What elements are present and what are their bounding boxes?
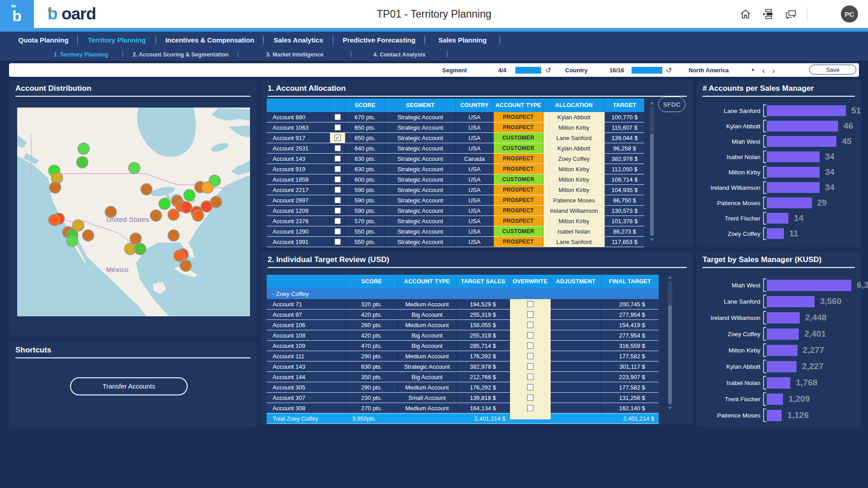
sfdc-button[interactable]: SFDC [658,97,685,112]
allocation-table-row[interactable]: Account 917 ✓ 650 pts. Strategic Account… [267,133,644,143]
checkbox-icon[interactable] [527,311,533,318]
scrollbar-thumb[interactable] [668,281,672,306]
bar[interactable] [767,213,788,224]
review-table-row[interactable]: Account 109 470 pts. Big Account 285,714… [267,341,659,351]
row-checkbox-cell[interactable] [330,174,345,184]
account-map-dot[interactable] [141,183,153,195]
next-arrow-icon[interactable]: › [772,63,775,77]
save-button[interactable]: Save [809,65,856,75]
segment-filter-bar[interactable] [515,63,541,77]
row-checkbox-cell[interactable]: ✓ [330,133,345,143]
allocation-scrollbar[interactable] [649,101,655,241]
adjustment-cell[interactable] [551,351,601,361]
adjustment-cell[interactable] [551,341,601,351]
account-map-dot[interactable] [201,182,213,194]
checkbox-icon[interactable] [335,155,341,162]
overwrite-cell[interactable] [510,330,551,340]
review-table-row[interactable]: Account 71 320 pts. Medium Account 194,5… [267,299,659,310]
scrollbar-track[interactable] [650,107,654,236]
bar[interactable] [767,121,838,131]
scroll-up-icon[interactable] [650,101,654,104]
row-checkbox-cell[interactable] [330,206,345,216]
scroll-up-icon[interactable] [668,276,672,279]
allocation-table-row[interactable]: Account 143 630 pts. Strategic Account C… [267,154,644,164]
account-map-dot[interactable] [78,142,90,155]
bar[interactable] [767,182,820,193]
bar[interactable] [767,105,846,116]
allocation-table-row[interactable]: Account 1209 590 pts. Strategic Account … [267,206,644,216]
home-icon[interactable] [739,8,752,20]
account-map-dot[interactable] [76,156,89,168]
adjustment-cell[interactable] [551,372,601,382]
scrollbar-thumb[interactable] [650,107,654,135]
account-map-dot[interactable] [184,189,196,202]
bar[interactable] [767,312,800,324]
row-checkbox-cell[interactable] [330,195,345,205]
account-map-dot[interactable] [82,229,94,241]
checkbox-icon[interactable] [335,166,341,172]
main-nav-tab[interactable]: Sales Planning [425,32,500,48]
checkbox-icon[interactable] [527,353,533,359]
review-table-row[interactable]: Account 305 290 pts. Medium Account 176,… [267,382,659,393]
review-scrollbar[interactable] [667,276,673,410]
bar[interactable] [767,377,790,389]
checkbox-icon[interactable] [527,322,533,328]
adjustment-cell[interactable] [551,393,601,403]
allocation-table-row[interactable]: Account 2531 640 pts. Strategic Account … [267,143,644,154]
account-map-dot[interactable] [167,209,179,221]
allocation-table-row[interactable]: Account 1991 550 pts. Strategic Account … [267,237,644,247]
menu-icon[interactable] [817,8,831,20]
adjustment-cell[interactable] [551,330,601,340]
checkbox-icon[interactable] [335,124,341,131]
scrollbar-track[interactable] [668,281,672,404]
checkbox-icon[interactable] [335,145,341,151]
bar[interactable] [767,345,797,356]
checkbox-icon[interactable] [527,384,533,390]
country-refresh-icon[interactable]: ↺ [666,63,672,77]
account-map-dot[interactable] [48,214,60,226]
sub-nav-tab[interactable]: 4. Contact Analysis [351,48,448,61]
row-checkbox-cell[interactable] [330,122,345,132]
account-map-dot[interactable] [66,235,78,247]
main-nav-tab[interactable]: Predictive Forecasting [333,32,425,48]
bar[interactable] [767,328,799,340]
row-checkbox-cell[interactable] [330,112,345,122]
adjustment-cell[interactable] [551,310,601,319]
main-nav-tab[interactable]: Incentives & Compensation [156,32,264,48]
allocation-table-row[interactable]: Account 2997 590 pts. Strategic Account … [267,195,644,206]
main-nav-tab[interactable]: Territory Planning [78,32,156,48]
bar[interactable] [767,167,820,178]
checkbox-icon[interactable] [527,343,533,349]
adjustment-cell[interactable] [551,382,601,392]
checkbox-icon[interactable] [335,114,341,120]
allocation-table-row[interactable]: Account 2376 570 pts. Strategic Account … [267,216,644,226]
overwrite-cell[interactable] [510,310,551,319]
row-checkbox-cell[interactable] [330,143,345,153]
bar[interactable] [767,394,783,405]
main-nav-tab[interactable]: Sales Analytics [264,32,333,48]
overwrite-cell[interactable] [510,403,551,413]
overwrite-cell[interactable] [510,341,551,351]
review-table-row[interactable]: Account 106 260 pts. Medium Account 158,… [267,320,659,330]
checkbox-icon[interactable] [335,218,341,224]
checkbox-icon[interactable] [527,405,533,411]
overwrite-cell[interactable] [510,351,551,361]
review-table-row[interactable]: Account 308 270 pts. Medium Account 164,… [267,403,659,413]
allocation-table-row[interactable]: Account 919 630 pts. Strategic Account U… [267,164,644,174]
review-table-row[interactable]: Account 108 420 pts. Big Account 255,319… [267,330,659,341]
row-checkbox-cell[interactable] [330,154,345,164]
sub-nav-tab[interactable]: 2. Account Scoring & Segmentation [123,48,238,61]
overwrite-cell[interactable] [510,393,551,403]
checkbox-icon[interactable] [335,228,341,235]
sub-nav-tab[interactable]: 1. Territory Planning [39,48,123,61]
overwrite-cell[interactable] [510,361,551,371]
overwrite-cell[interactable] [510,372,551,382]
review-table-row[interactable]: Account 111 290 pts. Medium Account 176,… [267,351,659,361]
scroll-down-icon[interactable] [668,407,672,410]
segment-refresh-icon[interactable]: ↺ [545,63,551,77]
adjustment-cell[interactable] [551,299,601,309]
bar[interactable] [767,228,784,239]
row-checkbox-cell[interactable] [330,237,345,247]
account-map-dot[interactable] [180,259,192,272]
row-checkbox-cell[interactable] [330,185,345,195]
